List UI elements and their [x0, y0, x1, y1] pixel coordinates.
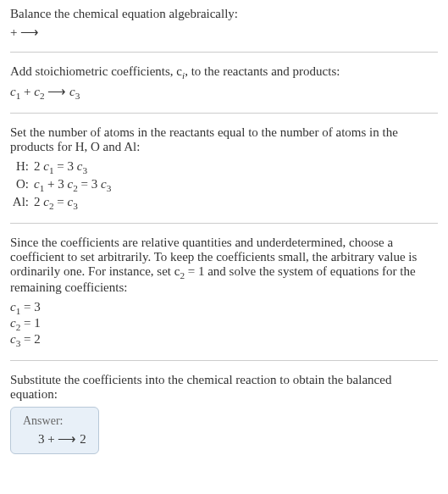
balanced-equation: 3 + ⟶ 2: [23, 431, 86, 447]
result-c1: c1 = 3: [10, 300, 438, 316]
coefficient-equation: c1 + c2 ⟶ c3: [10, 84, 438, 101]
equation-row-al: Al: 2 c2 = c3: [10, 195, 438, 211]
divider: [10, 52, 438, 53]
section-stoichiometric: Add stoichiometric coefficients, ci, to …: [10, 64, 438, 101]
answer-box: Answer: 3 + ⟶ 2: [10, 407, 99, 454]
result-c3: c3 = 2: [10, 332, 438, 348]
divider: [10, 113, 438, 114]
section-balance-intro: Balance the chemical equation algebraica…: [10, 7, 438, 40]
section-solve: Since the coefficients are relative quan…: [10, 236, 438, 348]
initial-equation: + ⟶: [10, 25, 438, 40]
coefficient-results: c1 = 3 c2 = 1 c3 = 2: [10, 300, 438, 348]
section-title: Add stoichiometric coefficients, ci, to …: [10, 64, 438, 80]
equation-row-h: H: 2 c1 = 3 c3: [10, 159, 438, 175]
section-atom-equations: Set the number of atoms in the reactants…: [10, 125, 438, 211]
section-title: Since the coefficients are relative quan…: [10, 236, 438, 295]
divider: [10, 223, 438, 224]
section-substitute: Substitute the coefficients into the che…: [10, 373, 438, 454]
result-c2: c2 = 1: [10, 316, 438, 332]
equation-row-o: O: c1 + 3 c2 = 3 c3: [10, 177, 438, 193]
section-title: Balance the chemical equation algebraica…: [10, 7, 438, 21]
answer-label: Answer:: [23, 414, 86, 428]
section-title: Set the number of atoms in the reactants…: [10, 125, 438, 154]
section-title: Substitute the coefficients into the che…: [10, 373, 438, 402]
atom-equation-table: H: 2 c1 = 3 c3 O: c1 + 3 c2 = 3 c3 Al: 2…: [10, 159, 438, 211]
divider: [10, 360, 438, 361]
